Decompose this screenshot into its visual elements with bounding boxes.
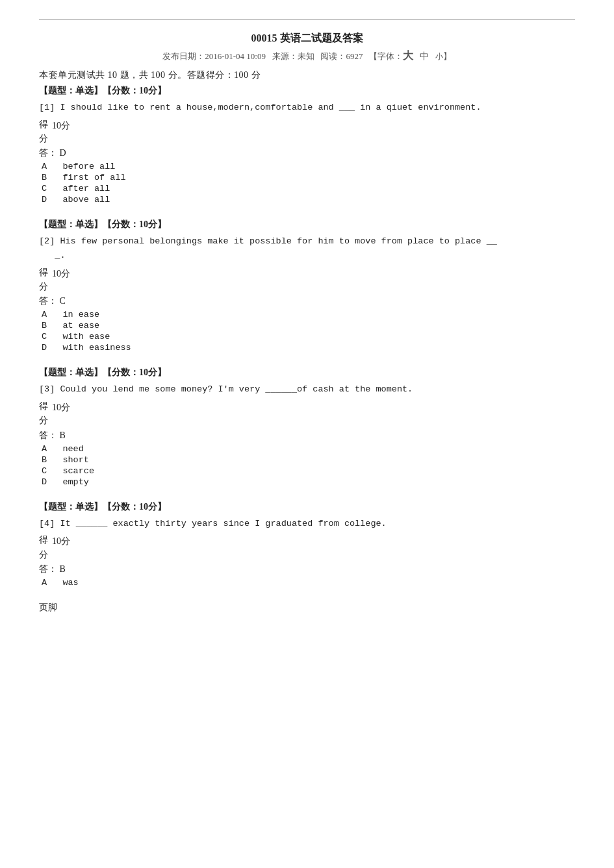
option-3-C: C scarce xyxy=(39,466,575,476)
question-block-2: 【题型：单选】【分数：10分】 [2] His few personal bel… xyxy=(39,219,575,353)
option-1-C: C after all xyxy=(39,184,575,193)
question-content-3: Could you lend me some money? I'm very _… xyxy=(60,384,413,394)
question-content-4: It ______ exactly thirty years since I g… xyxy=(60,519,386,528)
question-number-3: [3] xyxy=(39,384,55,394)
answer-value-4: B xyxy=(60,564,66,574)
option-2-B: B at ease xyxy=(39,321,575,330)
date-label: 发布日期：2016-01-04 10:09 xyxy=(162,51,266,61)
option-3-B: B short xyxy=(39,455,575,465)
question-text-3: [3] Could you lend me some money? I'm ve… xyxy=(39,382,575,397)
question-number-1: [1] xyxy=(39,103,55,112)
score-char1-3: 得 xyxy=(39,399,48,414)
score-block-2: 得 分 10分 xyxy=(39,266,575,295)
answer-label-2: 答： xyxy=(39,296,57,306)
question-content-1: I should like to rent a house,modern,com… xyxy=(60,103,481,112)
option-1-D: D above all xyxy=(39,195,575,205)
question-content-2: His few personal belongings make it poss… xyxy=(39,236,497,260)
page-wrapper: 00015 英语二试题及答案 发布日期：2016-01-04 10:09 来源：… xyxy=(0,0,614,868)
score-char2-1: 分 xyxy=(39,132,48,146)
source-label: 来源：未知 xyxy=(272,51,314,61)
score-char1-1: 得 xyxy=(39,118,48,132)
answer-row-3: 答： B xyxy=(39,430,575,441)
question-number-2: [2] xyxy=(39,236,55,246)
score-col-2: 得 分 xyxy=(39,266,48,295)
summary-line: 本套单元测试共 10 题，共 100 分。答题得分：100 分 xyxy=(39,69,575,81)
score-char2-2: 分 xyxy=(39,280,48,294)
score-value-1: 10分 xyxy=(52,118,70,134)
answer-row-1: 答： D xyxy=(39,147,575,159)
font-medium-link[interactable]: 中 xyxy=(420,51,429,61)
question-text-4: [4] It ______ exactly thirty years since… xyxy=(39,517,575,531)
option-3-D: D empty xyxy=(39,477,575,487)
question-block-3: 【题型：单选】【分数：10分】 [3] Could you lend me so… xyxy=(39,367,575,486)
score-value-2: 10分 xyxy=(52,266,70,282)
option-4-A: A was xyxy=(39,578,575,588)
option-3-A: A need xyxy=(39,444,575,454)
page-title: 00015 英语二试题及答案 xyxy=(39,32,575,45)
answer-row-2: 答： C xyxy=(39,295,575,307)
page-meta: 发布日期：2016-01-04 10:09 来源：未知 阅读：6927 【字体：… xyxy=(39,49,575,63)
font-close: 】 xyxy=(443,51,452,61)
question-text-1: [1] I should like to rent a house,modern… xyxy=(39,101,575,115)
score-char2-3: 分 xyxy=(39,414,48,428)
answer-row-4: 答： B xyxy=(39,564,575,575)
option-1-B: B first of all xyxy=(39,173,575,182)
answer-label-3: 答： xyxy=(39,430,57,440)
score-col-3: 得 分 xyxy=(39,399,48,428)
option-2-C: C with ease xyxy=(39,332,575,341)
font-small-link[interactable]: 小 xyxy=(435,52,443,61)
score-value-4: 10分 xyxy=(52,533,70,549)
question-type-label-3: 【题型：单选】【分数：10分】 xyxy=(39,367,575,378)
score-char1-4: 得 xyxy=(39,533,48,547)
score-char2-4: 分 xyxy=(39,548,48,562)
question-type-label-4: 【题型：单选】【分数：10分】 xyxy=(39,501,575,513)
question-type-label-1: 【题型：单选】【分数：10分】 xyxy=(39,85,575,97)
footer-label: 页脚 xyxy=(39,602,575,614)
score-col-1: 得 分 xyxy=(39,118,48,147)
font-label: 【字体： xyxy=(369,51,403,61)
score-block-3: 得 分 10分 xyxy=(39,399,575,428)
question-text-2: [2] His few personal belongings make it … xyxy=(39,234,575,262)
option-2-D: D with easiness xyxy=(39,343,575,353)
top-border xyxy=(39,19,575,20)
answer-label-4: 答： xyxy=(39,564,57,574)
read-label: 阅读：6927 xyxy=(320,51,363,61)
answer-value-1: D xyxy=(60,148,66,158)
score-block-4: 得 分 10分 xyxy=(39,533,575,562)
question-type-label-2: 【题型：单选】【分数：10分】 xyxy=(39,219,575,230)
question-number-4: [4] xyxy=(39,519,55,528)
font-large-link[interactable]: 大 xyxy=(403,50,413,61)
question-block-1: 【题型：单选】【分数：10分】 [1] I should like to ren… xyxy=(39,85,575,205)
answer-label-1: 答： xyxy=(39,148,57,158)
score-col-4: 得 分 xyxy=(39,533,48,562)
score-value-3: 10分 xyxy=(52,399,70,415)
answer-value-3: B xyxy=(60,430,66,440)
question-block-4: 【题型：单选】【分数：10分】 [4] It ______ exactly th… xyxy=(39,501,575,588)
option-1-A: A before all xyxy=(39,162,575,171)
score-block-1: 得 分 10分 xyxy=(39,118,575,147)
option-2-A: A in ease xyxy=(39,310,575,319)
score-char1-2: 得 xyxy=(39,266,48,280)
answer-value-2: C xyxy=(60,296,66,306)
